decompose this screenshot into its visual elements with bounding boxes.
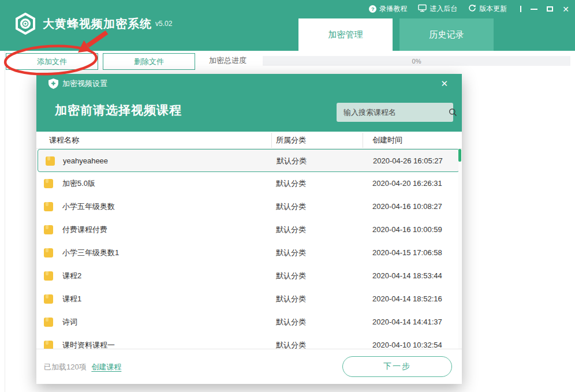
folder-icon bbox=[44, 202, 53, 211]
window-controls: ✕ bbox=[520, 5, 569, 13]
column-divider bbox=[363, 133, 363, 148]
dialog-heading: 加密前请选择视频课程 bbox=[55, 102, 182, 118]
table-row[interactable]: 加密5.0版 默认分类 2020-04-20 16:26:31 bbox=[36, 172, 462, 195]
close-button[interactable]: ✕ bbox=[562, 5, 569, 13]
pin-separator-icon bbox=[520, 6, 521, 12]
course-name: 课程1 bbox=[62, 288, 81, 311]
course-created-time: 2020-04-14 14:41:37 bbox=[372, 311, 442, 334]
folder-icon bbox=[44, 341, 53, 349]
progress-value: 0% bbox=[412, 58, 421, 65]
brand: 大黄蜂视频加密系统 v5.02 bbox=[15, 13, 172, 35]
encrypt-settings-dialog: 加密视频设置 ✕ 加密前请选择视频课程 课程名称 所属分类 创建时间 bbox=[36, 74, 462, 384]
loaded-count: 已加载120项 创建课程 bbox=[44, 349, 121, 384]
table-row[interactable]: 小学三年级奥数1 默认分类 2020-04-15 17:06:58 bbox=[36, 241, 462, 264]
dialog-footer: 已加载120项 创建课程 下一步 bbox=[36, 349, 462, 384]
maximize-button[interactable] bbox=[547, 6, 553, 12]
folder-icon bbox=[44, 294, 53, 304]
header-bar: 大黄蜂视频加密系统 v5.02 ? 录播教程 进入后台 bbox=[0, 0, 575, 51]
course-name: 课时资料课程一 bbox=[62, 334, 115, 349]
course-category: 默认分类 bbox=[276, 195, 306, 218]
tab-encrypt-management[interactable]: 加密管理 bbox=[298, 18, 393, 51]
course-table-header: 课程名称 所属分类 创建时间 bbox=[36, 132, 462, 149]
add-file-button[interactable]: 添加文件 bbox=[6, 53, 98, 70]
course-name: yeahyeaheee bbox=[63, 150, 108, 173]
search-input[interactable] bbox=[337, 108, 449, 117]
course-category: 默认分类 bbox=[276, 172, 306, 195]
table-row[interactable]: 付费课程付费 默认分类 2020-04-16 10:00:59 bbox=[36, 218, 462, 241]
dialog-header: 加密视频设置 ✕ bbox=[36, 74, 462, 93]
course-created-time: 2020-04-14 18:53:44 bbox=[372, 264, 442, 288]
column-header-name: 课程名称 bbox=[49, 132, 79, 149]
progress-bar: 0% bbox=[263, 56, 570, 66]
course-created-time: 2020-04-20 16:26:31 bbox=[372, 172, 442, 195]
utility-bar: ? 录播教程 进入后台 bbox=[369, 4, 569, 14]
tab-bar: 加密管理 历史记录 bbox=[298, 18, 494, 51]
folder-icon bbox=[44, 271, 53, 281]
course-name: 课程2 bbox=[62, 264, 81, 288]
update-link[interactable]: 版本更新 bbox=[468, 4, 507, 14]
course-created-time: 2020-04-26 16:05:27 bbox=[373, 150, 443, 173]
table-row[interactable]: 课时资料课程一 默认分类 2020-04-10 10:32:54 bbox=[36, 334, 462, 349]
window-edge-divider bbox=[5, 51, 5, 392]
course-created-time: 2020-04-16 10:08:27 bbox=[372, 195, 442, 218]
shield-plus-icon bbox=[48, 79, 58, 91]
course-name: 诗词 bbox=[62, 311, 77, 334]
course-category: 默认分类 bbox=[276, 311, 306, 334]
course-category: 默认分类 bbox=[277, 150, 307, 173]
refresh-icon bbox=[468, 4, 476, 14]
table-row[interactable]: 课程2 默认分类 2020-04-14 18:53:44 bbox=[36, 264, 462, 288]
dialog-title: 加密视频设置 bbox=[62, 74, 107, 93]
search-icon[interactable] bbox=[449, 108, 457, 117]
course-created-time: 2020-04-10 10:32:54 bbox=[372, 334, 442, 349]
backend-link[interactable]: 进入后台 bbox=[418, 4, 457, 14]
column-header-category: 所属分类 bbox=[276, 132, 306, 149]
course-category: 默认分类 bbox=[276, 218, 306, 241]
tutorial-label: 录播教程 bbox=[379, 4, 407, 14]
tab-history[interactable]: 历史记录 bbox=[399, 18, 494, 51]
monitor-icon bbox=[418, 4, 427, 14]
column-header-created: 创建时间 bbox=[372, 132, 402, 149]
course-name: 小学五年级奥数 bbox=[62, 195, 115, 218]
course-category: 默认分类 bbox=[276, 241, 306, 264]
dialog-close-button[interactable]: ✕ bbox=[440, 74, 448, 93]
folder-icon bbox=[44, 179, 53, 188]
course-name: 付费课程付费 bbox=[62, 218, 107, 241]
app-logo-icon bbox=[15, 13, 36, 35]
course-category: 默认分类 bbox=[276, 334, 306, 349]
table-row[interactable]: 诗词 默认分类 2020-04-14 14:41:37 bbox=[36, 311, 462, 334]
column-divider bbox=[271, 133, 272, 148]
course-created-time: 2020-04-16 10:00:59 bbox=[372, 218, 442, 241]
app-title: 大黄蜂视频加密系统 bbox=[43, 16, 152, 32]
folder-icon bbox=[44, 318, 53, 327]
progress-label: 加密总进度 bbox=[209, 51, 247, 70]
update-label: 版本更新 bbox=[479, 4, 507, 14]
course-created-time: 2020-04-14 18:52:16 bbox=[372, 288, 442, 311]
folder-icon bbox=[44, 248, 53, 257]
folder-icon bbox=[44, 225, 53, 234]
create-course-link[interactable]: 创建课程 bbox=[91, 363, 121, 371]
app-version: v5.02 bbox=[155, 20, 172, 28]
course-name: 加密5.0版 bbox=[62, 172, 95, 195]
table-scrollbar[interactable] bbox=[458, 149, 461, 349]
minimize-button[interactable] bbox=[531, 9, 537, 10]
course-table-body: yeahyeaheee 默认分类 2020-04-26 16:05:27 加密5… bbox=[36, 149, 462, 349]
course-name: 小学三年级奥数1 bbox=[62, 241, 119, 264]
backend-label: 进入后台 bbox=[430, 4, 457, 14]
delete-file-button[interactable]: 删除文件 bbox=[103, 53, 195, 70]
toolbar: 添加文件 删除文件 加密总进度 0% bbox=[0, 51, 575, 70]
table-row[interactable]: yeahyeaheee 默认分类 2020-04-26 16:05:27 bbox=[38, 149, 460, 172]
scrollbar-thumb[interactable] bbox=[458, 149, 461, 162]
search-box bbox=[337, 103, 453, 122]
course-category: 默认分类 bbox=[276, 288, 306, 311]
help-icon: ? bbox=[369, 5, 376, 13]
app-window: 大黄蜂视频加密系统 v5.02 ? 录播教程 进入后台 bbox=[0, 0, 575, 392]
course-created-time: 2020-04-15 17:06:58 bbox=[372, 241, 442, 264]
table-row[interactable]: 小学五年级奥数 默认分类 2020-04-16 10:08:27 bbox=[36, 195, 462, 218]
next-step-button[interactable]: 下一步 bbox=[342, 356, 452, 377]
course-category: 默认分类 bbox=[276, 264, 306, 288]
tutorial-link[interactable]: ? 录播教程 bbox=[369, 4, 407, 14]
folder-icon bbox=[46, 156, 55, 166]
dialog-hero: 加密前请选择视频课程 bbox=[36, 93, 462, 132]
table-row[interactable]: 课程1 默认分类 2020-04-14 18:52:16 bbox=[36, 288, 462, 311]
loaded-count-text: 已加载120项 bbox=[44, 363, 87, 371]
